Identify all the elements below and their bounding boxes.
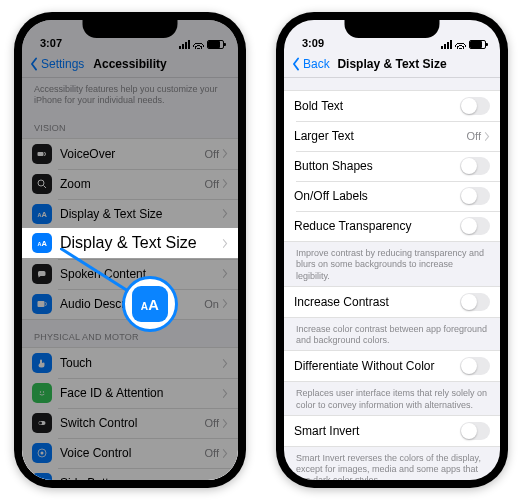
row-label: Smart Invert — [294, 424, 460, 438]
section-vision-title: VISION — [22, 111, 238, 138]
smart-invert-desc: Smart Invert reverses the colors of the … — [284, 447, 500, 480]
row-label: Button Shapes — [294, 159, 460, 173]
row-touch[interactable]: Touch — [22, 348, 238, 378]
zoom-icon — [32, 174, 52, 194]
row-label: Voice Control — [60, 446, 205, 460]
chevron-right-icon — [222, 419, 228, 428]
svg-text:A: A — [42, 210, 48, 219]
switch-control-icon — [32, 413, 52, 433]
svg-point-1 — [38, 180, 44, 186]
row-label: Switch Control — [60, 416, 205, 430]
back-label: Settings — [41, 57, 84, 71]
status-time: 3:07 — [40, 37, 62, 49]
differentiate-desc: Replaces user interface items that rely … — [284, 382, 500, 415]
group-smart-invert: Smart Invert — [284, 415, 500, 447]
row-label: Zoom — [60, 177, 205, 191]
row-reduce-transparency[interactable]: Reduce Transparency — [284, 211, 500, 241]
row-value: Off — [205, 417, 219, 429]
chevron-right-icon — [222, 239, 228, 248]
row-button-shapes[interactable]: Button Shapes — [284, 151, 500, 181]
touch-icon — [32, 353, 52, 373]
row-display-text-size[interactable]: AA Display & Text Size — [22, 199, 238, 229]
svg-line-2 — [44, 185, 47, 188]
row-label: On/Off Labels — [294, 189, 460, 203]
svg-text:A: A — [38, 212, 42, 218]
svg-point-10 — [43, 391, 44, 392]
group-main: Bold Text Larger Text Off Button Shapes … — [284, 90, 500, 242]
row-label: Increase Contrast — [294, 295, 460, 309]
voice-control-icon — [32, 443, 52, 463]
notch — [83, 20, 178, 38]
toggle-onoff-labels[interactable] — [460, 187, 490, 205]
chevron-right-icon — [222, 389, 228, 398]
phone-left-accessibility: 3:07 Settings Accessibility Accessibilit… — [14, 12, 246, 488]
row-side-button[interactable]: Side Button — [22, 468, 238, 480]
wifi-icon — [193, 40, 204, 49]
callout-connector — [60, 248, 136, 296]
chevron-right-icon — [222, 479, 228, 481]
toggle-bold-text[interactable] — [460, 97, 490, 115]
row-value: Off — [205, 178, 219, 190]
battery-icon — [207, 40, 224, 49]
row-smart-invert[interactable]: Smart Invert — [284, 416, 500, 446]
row-onoff-labels[interactable]: On/Off Labels — [284, 181, 500, 211]
row-label: Side Button — [60, 476, 222, 480]
row-label: Face ID & Attention — [60, 386, 222, 400]
chevron-right-icon — [222, 209, 228, 218]
row-larger-text[interactable]: Larger Text Off — [284, 121, 500, 151]
nav-bar: Back Display & Text Size — [284, 50, 500, 78]
nav-bar: Settings Accessibility — [22, 50, 238, 78]
row-voiceover[interactable]: VoiceOver Off — [22, 139, 238, 169]
notch — [345, 20, 440, 38]
row-label: Reduce Transparency — [294, 219, 460, 233]
svg-text:A: A — [42, 239, 48, 248]
svg-point-12 — [39, 422, 42, 425]
row-zoom[interactable]: Zoom Off — [22, 169, 238, 199]
row-faceid[interactable]: Face ID & Attention — [22, 378, 238, 408]
row-label: Touch — [60, 356, 222, 370]
phone-right-display-text-size: 3:09 Back Display & Text Size Bold Text — [276, 12, 508, 488]
row-value: Off — [205, 447, 219, 459]
svg-text:A: A — [38, 241, 42, 247]
callout-bubble: AA — [122, 276, 178, 332]
row-differentiate-without-color[interactable]: Differentiate Without Color — [284, 351, 500, 381]
chevron-right-icon — [222, 179, 228, 188]
toggle-reduce-transparency[interactable] — [460, 217, 490, 235]
row-increase-contrast[interactable]: Increase Contrast — [284, 287, 500, 317]
svg-rect-8 — [38, 301, 45, 307]
back-label: Back — [303, 57, 330, 71]
group-diff-color: Differentiate Without Color — [284, 350, 500, 382]
row-voice-control[interactable]: Voice Control Off — [22, 438, 238, 468]
group-contrast: Increase Contrast — [284, 286, 500, 318]
row-bold-text[interactable]: Bold Text — [284, 91, 500, 121]
wifi-icon — [455, 40, 466, 49]
row-switch-control[interactable]: Switch Control Off — [22, 408, 238, 438]
side-button-icon — [32, 473, 52, 480]
battery-icon — [469, 40, 486, 49]
spoken-content-icon — [32, 264, 52, 284]
svg-rect-14 — [40, 479, 45, 480]
chevron-left-icon — [290, 57, 302, 71]
reduce-transparency-desc: Improve contrast by reducing transparenc… — [284, 242, 500, 286]
toggle-increase-contrast[interactable] — [460, 293, 490, 311]
svg-point-13 — [41, 452, 44, 455]
toggle-smart-invert[interactable] — [460, 422, 490, 440]
chevron-right-icon — [484, 132, 490, 141]
settings-scroll[interactable]: Bold Text Larger Text Off Button Shapes … — [284, 78, 500, 480]
toggle-button-shapes[interactable] — [460, 157, 490, 175]
svg-point-9 — [40, 391, 41, 392]
row-label: VoiceOver — [60, 147, 205, 161]
chevron-right-icon — [222, 299, 228, 308]
row-label: Larger Text — [294, 129, 467, 143]
back-button[interactable]: Settings — [28, 57, 84, 71]
toggle-differentiate-without-color[interactable] — [460, 357, 490, 375]
back-button[interactable]: Back — [290, 57, 330, 71]
text-size-icon: AA — [132, 286, 168, 322]
cellular-icon — [179, 40, 190, 49]
row-label: Differentiate Without Color — [294, 359, 460, 373]
page-title: Display & Text Size — [337, 57, 446, 71]
row-value: On — [204, 298, 219, 310]
row-label: Display & Text Size — [60, 207, 222, 221]
audio-descriptions-icon — [32, 294, 52, 314]
voiceover-icon — [32, 144, 52, 164]
